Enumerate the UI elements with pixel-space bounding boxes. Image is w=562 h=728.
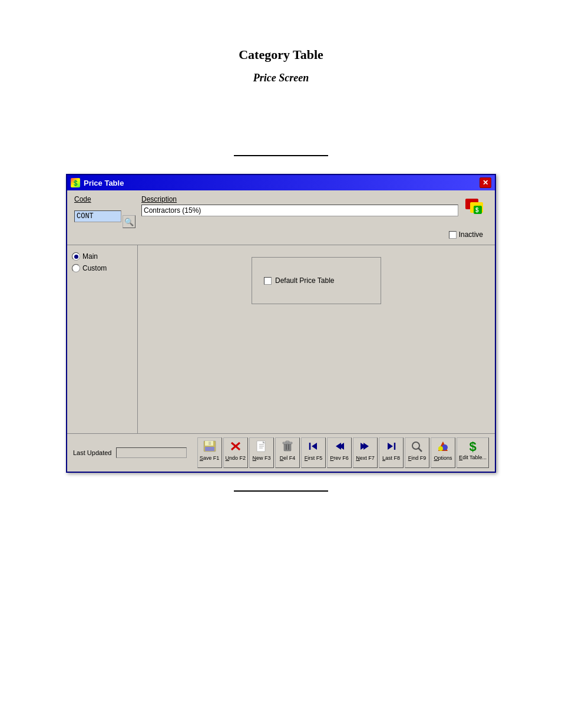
form-row: Code 🔍 Description $ xyxy=(74,195,488,228)
window-title: Price Table xyxy=(84,179,124,187)
svg-rect-7 xyxy=(209,442,211,445)
next-label: Next F7 xyxy=(356,455,375,461)
radio-group: Main Custom xyxy=(72,252,133,272)
find-button[interactable]: Find F9 xyxy=(405,437,429,468)
radio-main[interactable]: Main xyxy=(72,252,133,261)
prev-button[interactable]: Prev F6 xyxy=(327,437,352,468)
custom-radio-label: Custom xyxy=(82,264,107,272)
save-button[interactable]: Save F1 xyxy=(197,437,222,468)
first-button[interactable]: First F5 xyxy=(301,437,326,468)
default-price-label: Default Price Table xyxy=(275,276,335,285)
left-panel: Main Custom xyxy=(67,245,138,433)
code-field-group: Code 🔍 xyxy=(74,195,135,228)
description-input[interactable] xyxy=(141,205,458,216)
footer-area: Last Updated Save F1 xyxy=(67,433,495,472)
find-label: Find F9 xyxy=(408,455,427,461)
description-field-group: Description xyxy=(141,195,458,216)
title-bar-left: 💲 Price Table xyxy=(71,178,124,187)
first-label: First F5 xyxy=(305,455,323,461)
next-icon xyxy=(359,440,372,454)
title-bar: 💲 Price Table ✕ xyxy=(67,175,495,190)
last-updated-label: Last Updated xyxy=(73,449,111,456)
last-label: Last F8 xyxy=(382,455,400,461)
default-price-panel: Default Price Table xyxy=(252,257,381,304)
svg-rect-6 xyxy=(205,447,214,451)
search-button[interactable]: 🔍 xyxy=(123,215,135,228)
options-icon xyxy=(437,440,449,454)
prev-icon xyxy=(333,440,346,454)
delete-button[interactable]: Del F4 xyxy=(275,437,300,468)
close-button[interactable]: ✕ xyxy=(480,177,491,188)
next-button[interactable]: Next F7 xyxy=(353,437,378,468)
options-label: Options xyxy=(434,455,452,461)
edit-table-button[interactable]: $ Edit Table... xyxy=(457,437,489,468)
inactive-checkbox[interactable] xyxy=(449,231,457,239)
last-icon xyxy=(385,440,398,454)
page-subtitle: Price Screen xyxy=(0,72,562,84)
undo-icon xyxy=(229,440,242,454)
new-button[interactable]: New F3 xyxy=(249,437,274,468)
save-icon xyxy=(203,440,216,454)
svg-rect-15 xyxy=(284,443,291,451)
divider-top xyxy=(234,155,328,156)
find-icon xyxy=(411,440,424,454)
form-area: Code 🔍 Description $ xyxy=(67,190,495,245)
new-label: New F3 xyxy=(253,455,271,461)
inactive-label: Inactive xyxy=(459,230,483,239)
svg-marker-21 xyxy=(312,443,317,450)
save-label: Save F1 xyxy=(200,455,220,461)
window-wrapper: 💲 Price Table ✕ Code 🔍 Description xyxy=(0,174,562,473)
prev-label: Prev F6 xyxy=(330,455,349,461)
description-label: Description xyxy=(141,195,458,203)
main-radio-button[interactable] xyxy=(72,252,80,261)
custom-radio-button[interactable] xyxy=(72,264,80,272)
first-icon xyxy=(307,440,320,454)
delete-icon xyxy=(281,440,294,454)
edit-table-icon: $ xyxy=(469,440,476,453)
price-table-window: 💲 Price Table ✕ Code 🔍 Description xyxy=(66,174,496,473)
svg-text:$: $ xyxy=(475,207,479,213)
right-panel: Default Price Table xyxy=(138,245,495,433)
code-input[interactable] xyxy=(74,210,121,222)
money-icon: $ xyxy=(464,197,488,223)
last-button[interactable]: Last F8 xyxy=(379,437,404,468)
divider-bottom xyxy=(234,490,328,492)
svg-line-29 xyxy=(418,448,422,452)
content-area: Main Custom Default Price Table xyxy=(67,245,495,433)
undo-label: Undo F2 xyxy=(226,455,246,461)
svg-marker-27 xyxy=(388,443,393,450)
new-icon xyxy=(255,440,268,454)
options-button[interactable]: Options xyxy=(431,437,455,468)
last-updated-input[interactable] xyxy=(116,447,187,458)
window-icon: 💲 xyxy=(71,178,80,187)
main-radio-label: Main xyxy=(82,252,98,261)
code-label: Code xyxy=(74,195,135,203)
default-price-checkbox[interactable] xyxy=(264,277,272,285)
svg-point-33 xyxy=(438,446,443,451)
edit-table-label: Edit Table... xyxy=(459,454,487,460)
page-title: Category Table xyxy=(0,47,562,62)
delete-label: Del F4 xyxy=(280,455,296,461)
undo-button[interactable]: Undo F2 xyxy=(223,437,249,468)
inactive-row: Inactive xyxy=(74,228,488,241)
toolbar: Save F1 Undo F2 xyxy=(197,437,489,468)
svg-rect-19 xyxy=(286,441,289,443)
radio-custom[interactable]: Custom xyxy=(72,264,133,272)
